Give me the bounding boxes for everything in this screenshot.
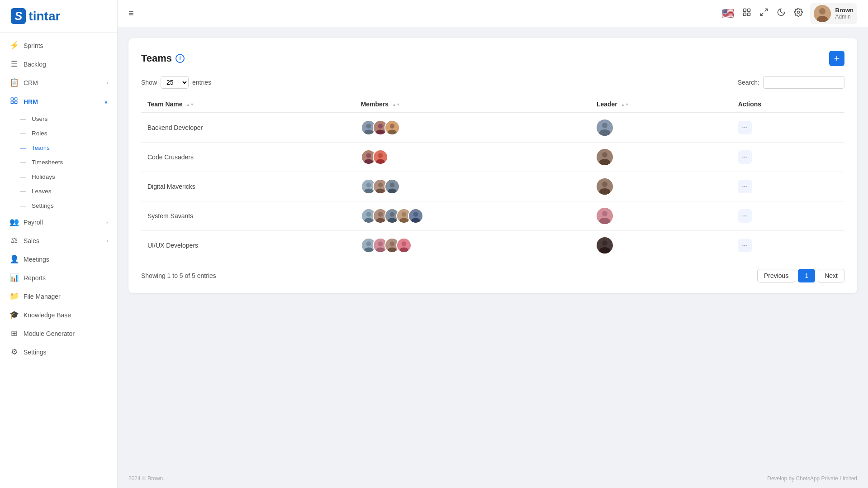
team-name-cell: Digital Mavericks [141, 172, 355, 201]
table-footer: Showing 1 to 5 of 5 entries Previous 1 N… [141, 269, 844, 282]
sidebar-item-payroll[interactable]: 👥 Payroll › [0, 213, 117, 231]
leader-cell [590, 201, 732, 231]
leader-cell [590, 113, 732, 143]
chevron-down-icon: ∨ [104, 99, 108, 105]
sidebar-item-sprints[interactable]: ⚡ Sprints [0, 36, 117, 55]
show-label: Show [141, 79, 157, 86]
svg-point-15 [366, 124, 371, 129]
search-input[interactable] [763, 76, 844, 89]
svg-line-9 [760, 13, 763, 16]
sidebar-item-label: CRM [24, 79, 38, 86]
row-action-button[interactable]: ··· [738, 209, 752, 223]
sidebar-sub-users[interactable]: — Users [0, 111, 117, 126]
sidebar-item-file-manager[interactable]: 📁 File Manager [0, 287, 117, 306]
grid-icon[interactable] [742, 8, 751, 19]
svg-point-43 [388, 188, 396, 194]
add-team-button[interactable]: + [829, 51, 844, 66]
avatar-group [361, 149, 584, 165]
language-flag[interactable]: 🇺🇸 [722, 8, 734, 19]
sidebar-item-reports[interactable]: 📊 Reports [0, 268, 117, 287]
footer: 2024 © Brown. Develop by ChetsApp Privat… [118, 469, 868, 488]
entries-select[interactable]: 25 10 50 100 [161, 76, 189, 89]
actions-cell: ··· [732, 113, 844, 143]
leader-cell [590, 231, 732, 260]
next-button[interactable]: Next [818, 269, 844, 282]
user-menu[interactable]: Brown Admin [810, 3, 857, 24]
svg-point-63 [602, 211, 607, 216]
sidebar-item-module-generator[interactable]: ⊞ Module Generator [0, 324, 117, 343]
sidebar-sub-label: Timesheets [32, 159, 63, 166]
sidebar-item-meetings[interactable]: 👤 Meetings [0, 250, 117, 268]
dash-icon: — [20, 173, 26, 180]
previous-button[interactable]: Previous [757, 269, 795, 282]
sidebar-sub-timesheets[interactable]: — Timesheets [0, 155, 117, 169]
sidebar-item-label: Module Generator [24, 330, 75, 337]
avatar-group [361, 208, 584, 224]
svg-point-18 [378, 124, 383, 129]
actions-cell: ··· [732, 143, 844, 172]
row-action-button[interactable]: ··· [738, 121, 752, 134]
entries-label: entries [192, 79, 211, 86]
main-wrap: ≡ 🇺🇸 [118, 0, 868, 488]
svg-point-58 [399, 218, 408, 223]
hamburger-button[interactable]: ≡ [128, 8, 134, 19]
svg-point-75 [401, 241, 406, 246]
table-header-row: Team Name ▲▼ Members ▲▼ Leader ▲▼ Action… [141, 96, 844, 113]
svg-rect-7 [747, 13, 750, 16]
sidebar-item-label: Knowledge Base [24, 311, 71, 319]
module-generator-icon: ⊞ [9, 329, 19, 338]
sidebar-item-backlog[interactable]: ☰ Backlog [0, 55, 117, 73]
page-1-button[interactable]: 1 [798, 269, 815, 282]
members-cell [355, 172, 590, 201]
svg-point-67 [364, 247, 373, 253]
gear-icon[interactable] [794, 8, 803, 19]
svg-point-10 [797, 11, 799, 14]
user-role: Admin [835, 14, 854, 20]
svg-point-36 [366, 182, 371, 187]
sidebar-item-label: Settings [24, 349, 47, 356]
showing-text: Showing 1 to 5 of 5 entries [141, 272, 216, 279]
search-box: Search: [738, 76, 844, 89]
avatar-group [361, 120, 584, 135]
sales-icon: ⚖ [9, 236, 19, 245]
table-row: System Savants [141, 201, 844, 231]
developer-credit: Develop by ChetsApp Private Limited [767, 475, 857, 482]
sidebar-item-hrm[interactable]: HRM ∨ [0, 92, 117, 111]
sidebar-item-label: Reports [24, 274, 46, 282]
sidebar-sub-holidays[interactable]: — Holidays [0, 169, 117, 184]
col-actions: Actions [732, 96, 844, 113]
logo-area[interactable]: Stintar [0, 0, 117, 33]
row-action-button[interactable]: ··· [738, 150, 752, 164]
sort-icon: ▲▼ [186, 102, 194, 107]
team-name-cell: Backend Developer [141, 113, 355, 143]
crm-icon: 📋 [9, 78, 19, 87]
sidebar-item-crm[interactable]: 📋 CRM › [0, 73, 117, 92]
svg-rect-5 [747, 9, 750, 12]
knowledge-base-icon: 🎓 [9, 310, 19, 320]
avatar-group [361, 238, 584, 253]
sidebar-sub-roles[interactable]: — Roles [0, 126, 117, 140]
sidebar-sub-leaves[interactable]: — Leaves [0, 184, 117, 198]
row-action-button[interactable]: ··· [738, 180, 752, 193]
page-title-text: Teams [141, 53, 172, 64]
card-header: Teams i + [141, 51, 844, 66]
sidebar-item-knowledge-base[interactable]: 🎓 Knowledge Base [0, 306, 117, 324]
dark-mode-icon[interactable] [777, 8, 786, 19]
fullscreen-icon[interactable] [759, 8, 768, 19]
payroll-icon: 👥 [9, 217, 19, 227]
dash-icon: — [20, 187, 26, 195]
svg-point-21 [389, 124, 394, 129]
col-members[interactable]: Members ▲▼ [355, 96, 590, 113]
info-icon[interactable]: i [175, 54, 185, 63]
sidebar-sub-teams[interactable]: — Teams [0, 140, 117, 155]
sidebar-sub-settings[interactable]: — Settings [0, 198, 117, 213]
sidebar-item-settings[interactable]: ⚙ Settings [0, 343, 117, 361]
sidebar-item-sales[interactable]: ⚖ Sales › [0, 231, 117, 250]
svg-point-19 [376, 129, 384, 135]
col-team-name[interactable]: Team Name ▲▼ [141, 96, 355, 113]
row-action-button[interactable]: ··· [738, 239, 752, 252]
col-leader[interactable]: Leader ▲▼ [590, 96, 732, 113]
svg-point-70 [376, 247, 384, 253]
table-controls: Show 25 10 50 100 entries Search: [141, 76, 844, 89]
sprints-icon: ⚡ [9, 41, 19, 50]
